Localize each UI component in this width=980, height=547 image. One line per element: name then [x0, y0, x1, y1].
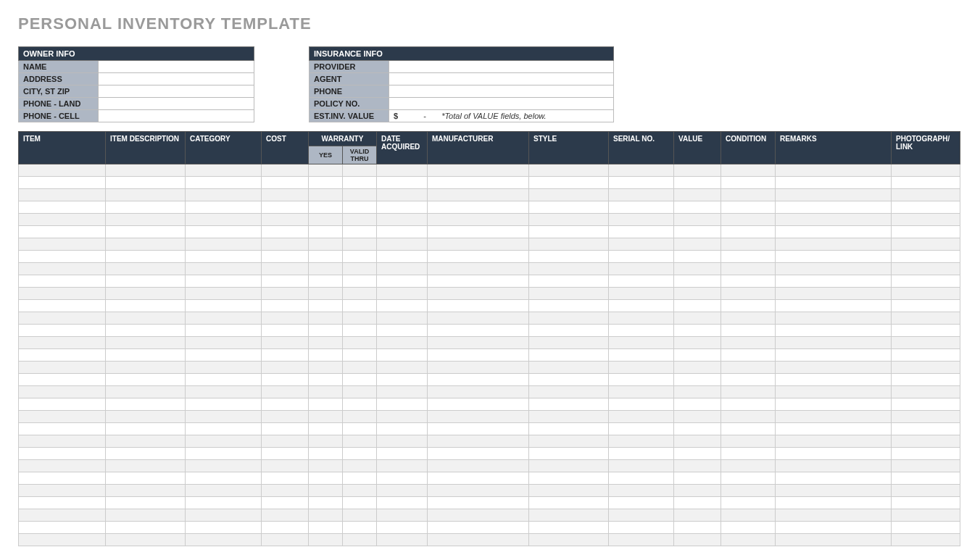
table-cell[interactable] — [106, 251, 186, 263]
table-cell[interactable] — [343, 374, 377, 386]
table-cell[interactable] — [377, 177, 428, 189]
table-cell[interactable] — [529, 201, 609, 214]
table-cell[interactable] — [262, 497, 309, 509]
table-cell[interactable] — [19, 448, 106, 460]
table-cell[interactable] — [343, 201, 377, 214]
table-cell[interactable] — [529, 325, 609, 337]
table-cell[interactable] — [609, 411, 674, 423]
table-cell[interactable] — [309, 522, 343, 534]
table-cell[interactable] — [428, 201, 529, 214]
table-cell[interactable] — [186, 472, 262, 485]
table-cell[interactable] — [892, 251, 960, 263]
table-cell[interactable] — [106, 312, 186, 325]
table-cell[interactable] — [19, 312, 106, 325]
table-cell[interactable] — [892, 460, 960, 472]
table-cell[interactable] — [186, 534, 262, 546]
table-cell[interactable] — [377, 435, 428, 448]
table-cell[interactable] — [262, 275, 309, 288]
table-cell[interactable] — [343, 275, 377, 288]
table-cell[interactable] — [721, 472, 776, 485]
table-cell[interactable] — [377, 386, 428, 398]
table-cell[interactable] — [309, 238, 343, 251]
table-cell[interactable] — [892, 362, 960, 374]
table-cell[interactable] — [19, 263, 106, 275]
table-cell[interactable] — [19, 288, 106, 300]
table-cell[interactable] — [186, 189, 262, 201]
table-cell[interactable] — [529, 214, 609, 226]
table-cell[interactable] — [186, 214, 262, 226]
owner-name-value[interactable] — [99, 61, 254, 73]
table-cell[interactable] — [609, 386, 674, 398]
table-cell[interactable] — [343, 251, 377, 263]
table-cell[interactable] — [776, 497, 892, 509]
table-cell[interactable] — [106, 263, 186, 275]
table-cell[interactable] — [343, 349, 377, 362]
table-cell[interactable] — [262, 251, 309, 263]
table-cell[interactable] — [19, 423, 106, 435]
table-cell[interactable] — [106, 189, 186, 201]
table-cell[interactable] — [262, 263, 309, 275]
table-cell[interactable] — [19, 325, 106, 337]
table-cell[interactable] — [186, 386, 262, 398]
table-cell[interactable] — [721, 485, 776, 497]
table-cell[interactable] — [19, 300, 106, 312]
table-cell[interactable] — [428, 522, 529, 534]
table-cell[interactable] — [776, 398, 892, 411]
table-cell[interactable] — [428, 411, 529, 423]
table-cell[interactable] — [343, 325, 377, 337]
table-cell[interactable] — [309, 509, 343, 522]
insurance-phone-value[interactable] — [389, 85, 614, 98]
table-cell[interactable] — [428, 300, 529, 312]
table-cell[interactable] — [262, 312, 309, 325]
table-cell[interactable] — [309, 214, 343, 226]
table-cell[interactable] — [609, 362, 674, 374]
table-cell[interactable] — [186, 325, 262, 337]
table-cell[interactable] — [892, 312, 960, 325]
table-cell[interactable] — [186, 349, 262, 362]
table-cell[interactable] — [609, 325, 674, 337]
table-cell[interactable] — [428, 263, 529, 275]
table-cell[interactable] — [186, 374, 262, 386]
table-cell[interactable] — [309, 288, 343, 300]
table-cell[interactable] — [609, 497, 674, 509]
table-cell[interactable] — [609, 238, 674, 251]
table-cell[interactable] — [776, 337, 892, 349]
table-cell[interactable] — [674, 164, 721, 177]
table-cell[interactable] — [186, 337, 262, 349]
table-cell[interactable] — [262, 288, 309, 300]
table-cell[interactable] — [892, 472, 960, 485]
table-cell[interactable] — [262, 325, 309, 337]
table-cell[interactable] — [529, 189, 609, 201]
table-cell[interactable] — [19, 534, 106, 546]
insurance-provider-value[interactable] — [389, 61, 614, 73]
table-cell[interactable] — [674, 362, 721, 374]
table-cell[interactable] — [529, 386, 609, 398]
table-cell[interactable] — [106, 411, 186, 423]
table-cell[interactable] — [343, 177, 377, 189]
table-cell[interactable] — [529, 312, 609, 325]
table-cell[interactable] — [428, 362, 529, 374]
table-cell[interactable] — [428, 374, 529, 386]
table-cell[interactable] — [106, 398, 186, 411]
table-cell[interactable] — [106, 485, 186, 497]
table-cell[interactable] — [892, 435, 960, 448]
table-cell[interactable] — [19, 509, 106, 522]
table-cell[interactable] — [674, 485, 721, 497]
table-cell[interactable] — [721, 312, 776, 325]
table-cell[interactable] — [19, 214, 106, 226]
table-cell[interactable] — [377, 275, 428, 288]
table-cell[interactable] — [343, 485, 377, 497]
table-cell[interactable] — [19, 398, 106, 411]
table-cell[interactable] — [609, 398, 674, 411]
table-cell[interactable] — [776, 214, 892, 226]
table-cell[interactable] — [377, 497, 428, 509]
table-cell[interactable] — [309, 226, 343, 238]
table-cell[interactable] — [428, 460, 529, 472]
table-cell[interactable] — [106, 177, 186, 189]
table-cell[interactable] — [19, 485, 106, 497]
table-cell[interactable] — [428, 534, 529, 546]
table-cell[interactable] — [776, 325, 892, 337]
table-cell[interactable] — [609, 300, 674, 312]
table-cell[interactable] — [428, 325, 529, 337]
table-cell[interactable] — [343, 534, 377, 546]
